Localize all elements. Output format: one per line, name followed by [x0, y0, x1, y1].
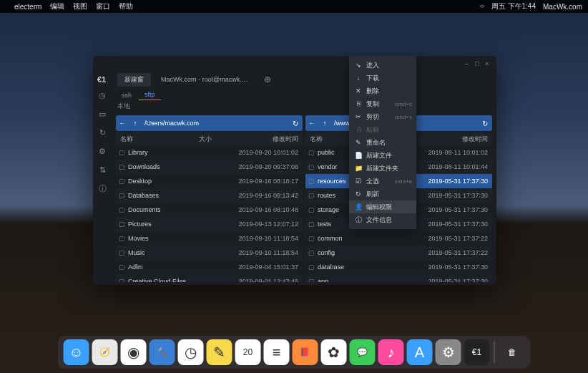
- file-row[interactable]: ▢Desktop2019-09-16 08:18:17: [116, 174, 303, 188]
- close-button[interactable]: ×: [485, 60, 492, 67]
- maximize-button[interactable]: □: [475, 60, 482, 67]
- col-time[interactable]: 修改时间: [234, 132, 303, 145]
- ctxmenu-item[interactable]: ↻刷新: [349, 188, 416, 200]
- file-name: common: [318, 235, 343, 242]
- file-row[interactable]: ▢common2019-05-31 17:37:22: [305, 231, 492, 246]
- ctxmenu-item[interactable]: 📁新建文件夹: [349, 162, 416, 175]
- local-path[interactable]: /Users/macwk.com: [142, 120, 288, 127]
- tab-sftp[interactable]: sftp: [139, 89, 161, 100]
- file-row[interactable]: ▢Databases2019-09-16 08:13:42: [116, 188, 303, 203]
- file-time: 2019-05-31 17:37:30: [421, 206, 492, 213]
- folder-icon: ▢: [119, 249, 125, 256]
- file-time: 2019-09-20 10:01:02: [231, 149, 303, 156]
- folder-icon: ▢: [119, 221, 125, 228]
- file-row[interactable]: ▢Downloads2019-09-20 09:37:06: [116, 160, 303, 174]
- titlebar: – □ ×: [93, 56, 496, 72]
- bookmark-icon[interactable]: ▭: [97, 109, 107, 119]
- refresh-button[interactable]: ↻: [288, 120, 303, 127]
- dock-notes[interactable]: ✎: [207, 339, 232, 365]
- dock-itunes[interactable]: ♪: [378, 339, 404, 365]
- menu-view[interactable]: 视图: [73, 1, 87, 11]
- dock-electerm[interactable]: €1: [464, 339, 490, 365]
- file-row[interactable]: ▢Movies2019-09-10 11:18:54: [116, 231, 303, 246]
- file-row[interactable]: ▢Music2019-09-10 11:18:54: [116, 246, 303, 260]
- file-time: 2019-05-31 17:37:30: [421, 263, 492, 271]
- clock-icon[interactable]: ◷: [97, 90, 107, 100]
- col-name[interactable]: 名称: [116, 132, 195, 145]
- file-row[interactable]: ▢Adlm2019-09-04 15:01:37: [116, 260, 303, 274]
- ctxmenu-item[interactable]: ⎘复制cmd+c: [349, 97, 416, 110]
- ctxmenu-item[interactable]: ↘进入: [349, 59, 416, 72]
- dock-xcode[interactable]: 🔨: [150, 339, 175, 365]
- file-row[interactable]: ▢Pictures2019-09-13 12:07:12: [116, 217, 303, 231]
- file-time: 2019-09-10 11:18:54: [231, 249, 303, 256]
- menu-help[interactable]: 帮助: [119, 1, 133, 11]
- up-button[interactable]: ↑: [129, 120, 142, 127]
- file-row[interactable]: ▢Library2019-09-20 10:01:02: [116, 145, 303, 160]
- col-size[interactable]: 大小: [195, 132, 233, 145]
- history-icon[interactable]: ↻: [97, 127, 107, 137]
- settings-icon[interactable]: ⚙: [97, 146, 107, 156]
- new-tab-button[interactable]: 新建窗: [117, 73, 151, 87]
- dock-finder[interactable]: ☺: [64, 339, 89, 365]
- add-tab-button[interactable]: ⊕: [260, 74, 275, 84]
- folder-icon: ▢: [308, 192, 315, 199]
- file-row[interactable]: ▢Documents2019-09-16 08:10:48: [116, 203, 303, 217]
- transfer-icon[interactable]: ⇅: [97, 165, 107, 175]
- dock-books[interactable]: 📕: [293, 339, 318, 365]
- file-name: config: [318, 249, 335, 256]
- back-button[interactable]: ←: [116, 120, 129, 127]
- ctxmenu-item[interactable]: 📄新建文件: [349, 149, 416, 162]
- menu-edit[interactable]: 编辑: [50, 1, 64, 11]
- file-time: 2019-09-20 09:37:06: [231, 163, 303, 170]
- dock-calendar[interactable]: 20: [235, 339, 261, 365]
- ctxmenu-icon: ✎: [355, 139, 362, 146]
- ctxmenu-item[interactable]: ✂剪切cmd+x: [349, 110, 416, 123]
- dock-safari[interactable]: 🧭: [92, 339, 118, 365]
- refresh-button[interactable]: ↻: [478, 120, 492, 127]
- ctxmenu-item[interactable]: ✎重命名: [349, 136, 416, 149]
- file-row[interactable]: ▢config2019-05-31 17:37:22: [305, 246, 492, 260]
- up-button[interactable]: ↑: [318, 120, 331, 127]
- ctxmenu-item[interactable]: ⓘ文件信息: [349, 213, 416, 226]
- file-time: 2019-05-31 17:37:22: [421, 235, 492, 242]
- file-row[interactable]: ▢app2019-05-31 17:37:30: [305, 274, 492, 282]
- folder-icon: ▢: [119, 163, 125, 170]
- ctxmenu-item[interactable]: ✕删除: [349, 84, 416, 97]
- menu-window[interactable]: 窗口: [96, 1, 110, 11]
- folder-icon: ▢: [119, 192, 125, 199]
- back-button[interactable]: ←: [305, 120, 318, 127]
- folder-icon: ▢: [308, 249, 315, 256]
- wifi-icon[interactable]: ⌔: [480, 3, 484, 11]
- ctxmenu-label: 剪切: [366, 112, 379, 122]
- topbar: €1 新建窗 MacWk.com - root@macwk.co... ⊕: [93, 72, 496, 87]
- ctxmenu-item[interactable]: ↓下载: [349, 72, 416, 84]
- file-time: 2019-09-16 08:18:17: [231, 178, 303, 185]
- ctxmenu-item[interactable]: ☑全选cmd+a: [349, 175, 416, 188]
- info-icon[interactable]: ⓘ: [97, 183, 107, 193]
- folder-icon: ▢: [308, 278, 315, 282]
- col-time[interactable]: 修改时间: [423, 132, 492, 145]
- ctxmenu-label: 编辑权限: [366, 203, 392, 212]
- dock-trash[interactable]: 🗑: [499, 339, 525, 365]
- ctxmenu-label: 进入: [366, 61, 379, 70]
- dock-chrome[interactable]: ◉: [121, 339, 147, 365]
- dock-activity[interactable]: ◷: [178, 339, 204, 365]
- file-name: Creative Cloud Files: [128, 278, 186, 282]
- clock: 周五 下午1:44: [491, 1, 536, 11]
- app-name[interactable]: electerm: [14, 3, 41, 11]
- dock-photos[interactable]: ✿: [321, 339, 347, 365]
- minimize-button[interactable]: –: [465, 60, 472, 67]
- dock-settings[interactable]: ⚙: [436, 339, 461, 365]
- dock-messages[interactable]: 💬: [350, 339, 376, 365]
- dock-reminders[interactable]: ≡: [264, 339, 290, 365]
- connection-tab[interactable]: MacWk.com - root@macwk.co...: [155, 74, 255, 85]
- local-pane: ← ↑ /Users/macwk.com ↻ 名称 大小 修改时间 ▢Libra…: [116, 115, 303, 282]
- ctxmenu-icon: ↻: [355, 190, 362, 198]
- file-row[interactable]: ▢Creative Cloud Files2019-09-01 12:43:46: [116, 274, 303, 282]
- ctxmenu-icon: ↓: [355, 74, 362, 82]
- tab-ssh[interactable]: ssh: [116, 90, 137, 100]
- ctxmenu-item[interactable]: 👤编辑权限: [349, 200, 416, 213]
- file-row[interactable]: ▢database2019-05-31 17:37:30: [305, 260, 492, 274]
- dock-appstore[interactable]: A: [407, 339, 433, 365]
